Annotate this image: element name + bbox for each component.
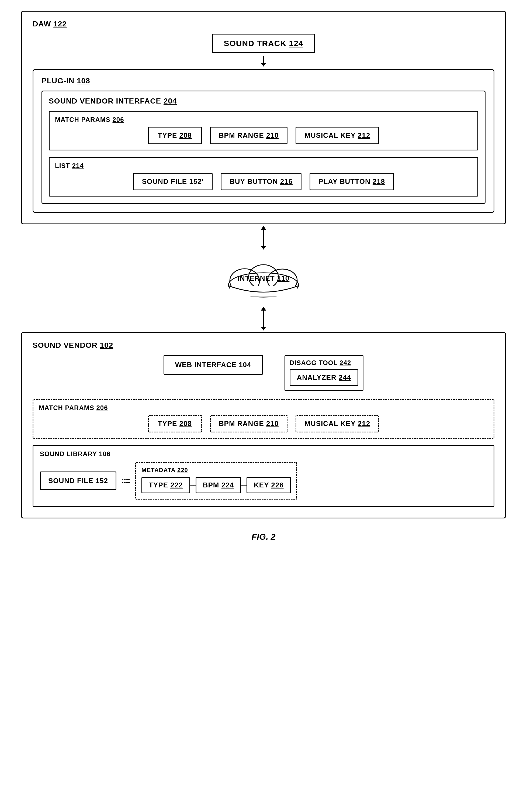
metadata-label: METADATA 220: [141, 467, 291, 474]
plugin-play-button-box[interactable]: PLAY BUTTON 218: [310, 173, 394, 190]
plugin-bpm-range-box: BPM RANGE 210: [210, 127, 288, 144]
arrow-soundtrack-to-plugin: [33, 56, 494, 67]
svi-label-text: SOUND VENDOR INTERFACE: [49, 97, 161, 105]
sv-musical-key-box: MUSICAL KEY 212: [296, 415, 379, 432]
analyzer-box: ANALYZER 244: [290, 369, 359, 386]
metadata-connector-1: [190, 485, 196, 485]
internet-section: INTERNET 110: [21, 251, 506, 305]
plugin-sound-file-box: SOUND FILE 152′: [133, 173, 213, 190]
sv-label: SOUND VENDOR 102: [33, 341, 494, 350]
plugin-match-params-items: TYPE 208 BPM RANGE 210 MUSICAL KEY 212: [55, 127, 472, 144]
plugin-box: PLUG-IN 108 SOUND VENDOR INTERFACE 204 M…: [33, 69, 494, 213]
sound-library-box: SOUND LIBRARY 106 SOUND FILE 152 MET: [33, 445, 494, 507]
svg-rect-4: [230, 286, 297, 296]
plugin-list-items: SOUND FILE 152′ BUY BUTTON 216 PLAY BUTT…: [55, 173, 472, 190]
plugin-label: PLUG-IN 108: [42, 76, 485, 85]
sv-type-box: TYPE 208: [148, 415, 202, 432]
daw-ref: 122: [53, 20, 67, 28]
plugin-list-box: LIST 214 SOUND FILE 152′ BUY BUTTON 216 …: [49, 157, 478, 197]
soundtrack-container: SOUND TRACK 124: [33, 34, 494, 53]
sv-sound-file-box: SOUND FILE 152: [40, 472, 116, 490]
disagg-tool-label: DISAGG TOOL 242: [290, 359, 359, 367]
soundtrack-label: SOUND TRACK: [224, 39, 286, 48]
svi-ref: 204: [164, 97, 177, 105]
diagram: DAW 122 SOUND TRACK 124 PLUG-IN 108: [21, 11, 506, 542]
sv-bpm-range-box: BPM RANGE 210: [210, 415, 288, 432]
sv-match-params-items: TYPE 208 BPM RANGE 210 MUSICAL KEY 212: [39, 415, 488, 432]
arrow-plugin-to-internet: [261, 224, 266, 251]
plugin-ref: 108: [77, 76, 90, 85]
sound-file-to-metadata-connector: [122, 479, 130, 483]
plugin-buy-button-box[interactable]: BUY BUTTON 216: [221, 173, 301, 190]
metadata-connector-2: [241, 485, 246, 485]
daw-label: DAW 122: [33, 20, 494, 28]
internet-label: INTERNET 110: [238, 274, 290, 282]
soundtrack-box: SOUND TRACK 124: [212, 34, 315, 53]
plugin-type-box: TYPE 208: [148, 127, 202, 144]
metadata-items-row: TYPE 222 BPM 224 KEY 226: [141, 477, 291, 493]
svi-box: SOUND VENDOR INTERFACE 204 MATCH PARAMS …: [42, 90, 485, 204]
fig-caption: FIG. 2: [252, 532, 276, 542]
daw-label-text: DAW: [33, 20, 51, 28]
sv-match-params-label: MATCH PARAMS 206: [39, 404, 488, 412]
metadata-box: METADATA 220 TYPE 222 BPM 224: [135, 462, 297, 499]
svi-label: SOUND VENDOR INTERFACE 204: [49, 97, 478, 105]
plugin-list-label: LIST 214: [55, 162, 472, 170]
internet-cloud: INTERNET 110: [218, 257, 309, 300]
sv-match-params-box: MATCH PARAMS 206 TYPE 208 BPM RANGE 210 …: [33, 399, 494, 439]
metadata-key-box: KEY 226: [246, 477, 291, 493]
sound-library-label: SOUND LIBRARY 106: [40, 450, 487, 458]
plugin-musical-key-box: MUSICAL KEY 212: [296, 127, 379, 144]
daw-box: DAW 122 SOUND TRACK 124 PLUG-IN 108: [21, 11, 506, 224]
web-interface-box: WEB INTERFACE 104: [164, 355, 263, 375]
metadata-type-box: TYPE 222: [141, 477, 190, 493]
soundtrack-ref: 124: [289, 39, 303, 48]
arrow-internet-to-sv: [261, 305, 266, 332]
plugin-match-params-box: MATCH PARAMS 206 TYPE 208 BPM RANGE 210: [49, 111, 478, 150]
sv-label-text: SOUND VENDOR: [33, 341, 97, 349]
plugin-match-params-label: MATCH PARAMS 206: [55, 116, 472, 124]
library-content: SOUND FILE 152 METADATA 220: [40, 462, 487, 499]
sv-ref: 102: [100, 341, 113, 349]
metadata-bpm-box: BPM 224: [196, 477, 241, 493]
sound-vendor-box: SOUND VENDOR 102 WEB INTERFACE 104 DISAG…: [21, 332, 506, 519]
disagg-tool-box: DISAGG TOOL 242 ANALYZER 244: [285, 355, 364, 391]
sv-top-row: WEB INTERFACE 104 DISAGG TOOL 242 ANALYZ…: [33, 355, 494, 391]
plugin-label-text: PLUG-IN: [42, 76, 74, 85]
